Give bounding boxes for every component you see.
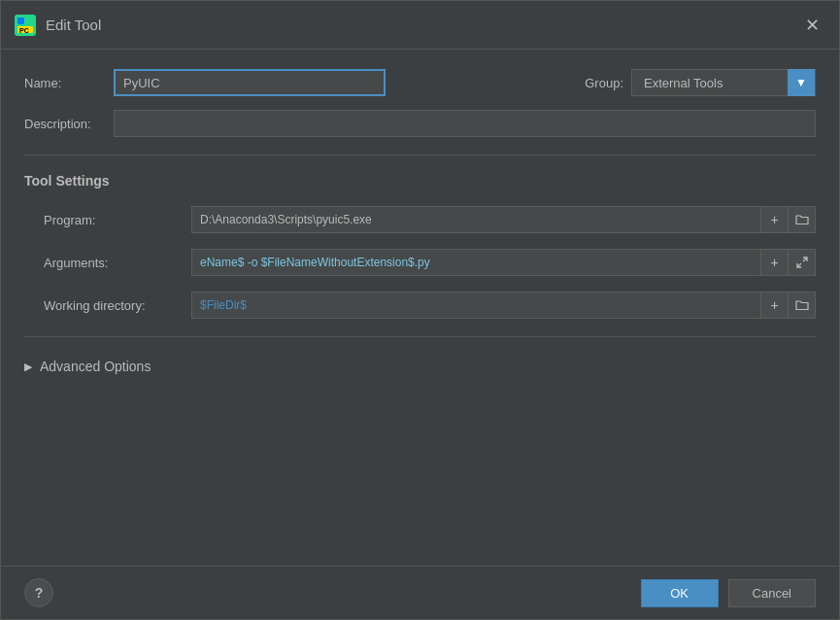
- group-field-group: Group: External Tools ▼: [585, 69, 816, 96]
- app-icon: PC: [15, 15, 36, 36]
- group-dropdown-arrow[interactable]: ▼: [788, 69, 815, 96]
- advanced-triangle-icon: ▶: [24, 361, 32, 373]
- dialog-title: Edit Tool: [46, 17, 101, 33]
- group-select-text: External Tools: [632, 72, 788, 94]
- workdir-input[interactable]: [191, 292, 761, 319]
- advanced-label: Advanced Options: [40, 359, 151, 374]
- arguments-add-button[interactable]: +: [761, 249, 789, 276]
- description-input[interactable]: [114, 110, 816, 137]
- svg-rect-1: [17, 17, 24, 24]
- tool-settings-header: Tool Settings: [24, 173, 816, 189]
- action-buttons: OK Cancel: [641, 579, 816, 607]
- program-row: Program: +: [44, 206, 816, 233]
- cancel-button[interactable]: Cancel: [728, 579, 816, 607]
- workdir-folder-icon: [795, 299, 809, 311]
- group-select-wrapper: External Tools ▼: [631, 69, 816, 96]
- divider-1: [24, 155, 816, 155]
- group-label: Group:: [585, 76, 623, 90]
- arguments-input[interactable]: [191, 249, 761, 276]
- program-label: Program:: [44, 213, 180, 227]
- content-area: Name: Group: External Tools ▼ Descriptio…: [1, 50, 839, 566]
- workdir-add-button[interactable]: +: [761, 292, 789, 319]
- advanced-options-section[interactable]: ▶ Advanced Options: [24, 355, 816, 378]
- name-input[interactable]: [114, 69, 386, 96]
- edit-tool-dialog: PC Edit Tool ✕ Name: Group: External Too…: [0, 0, 840, 620]
- name-label: Name:: [24, 76, 102, 90]
- bottom-bar: ? OK Cancel: [1, 566, 839, 619]
- help-button[interactable]: ?: [24, 578, 53, 607]
- workdir-label: Working directory:: [44, 298, 180, 313]
- arguments-expand-button[interactable]: [789, 249, 816, 276]
- svg-text:PC: PC: [19, 27, 29, 34]
- program-folder-button[interactable]: [789, 206, 816, 233]
- description-label: Description:: [24, 117, 102, 131]
- ok-button[interactable]: OK: [641, 579, 719, 607]
- folder-icon: [795, 214, 809, 225]
- tool-settings-section: Tool Settings: [24, 173, 816, 192]
- workdir-input-group: +: [191, 292, 816, 319]
- title-bar: PC Edit Tool ✕: [1, 1, 839, 50]
- title-bar-left: PC Edit Tool: [15, 15, 101, 36]
- program-input[interactable]: [191, 206, 761, 233]
- name-group-row: Name: Group: External Tools ▼: [24, 69, 816, 96]
- arguments-input-group: +: [191, 249, 816, 276]
- program-input-group: +: [191, 206, 816, 233]
- divider-2: [24, 336, 816, 337]
- expand-icon: [796, 257, 808, 268]
- close-button[interactable]: ✕: [799, 15, 825, 36]
- program-add-button[interactable]: +: [761, 206, 789, 233]
- workdir-folder-button[interactable]: [789, 292, 816, 319]
- arguments-label: Arguments:: [44, 256, 180, 270]
- arguments-row: Arguments: +: [44, 249, 816, 276]
- description-row: Description:: [24, 110, 816, 137]
- name-field-group: Name:: [24, 69, 386, 96]
- tool-settings-form: Program: + Arguments: +: [24, 206, 816, 319]
- svg-rect-2: [26, 17, 33, 24]
- workdir-row: Working directory: +: [44, 292, 816, 319]
